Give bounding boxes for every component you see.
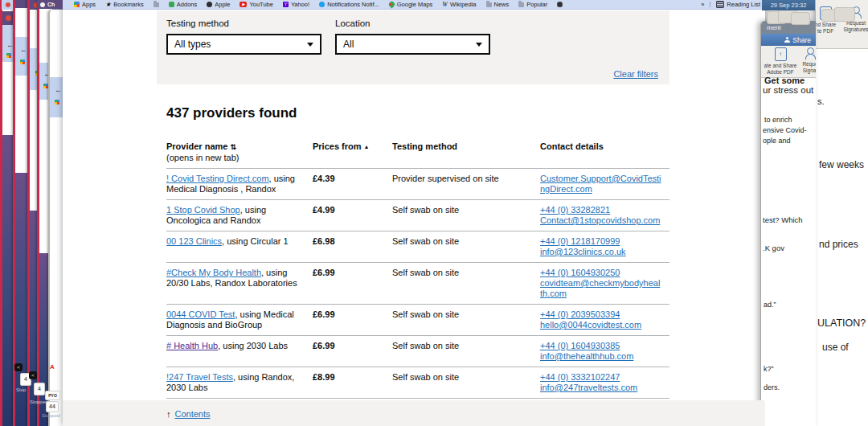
bookmark-item[interactable]: News	[486, 1, 510, 8]
document-text-fragment: ad.”	[764, 301, 776, 309]
price-value: £6.98	[313, 236, 392, 257]
testing-method-value: Self swab on site	[392, 205, 540, 226]
contact-link[interactable]: Customer.Support@CovidTestingDirect.com	[540, 174, 661, 195]
close-icon[interactable]	[6, 15, 11, 21]
up-arrow-icon: ↑	[166, 409, 171, 419]
bookmark-item[interactable]: ★Bookmarks	[105, 1, 144, 8]
price-value: £6.99	[313, 309, 392, 330]
contact-link[interactable]: +44 (0) 1218170999	[540, 236, 661, 247]
contents-link[interactable]: Contents	[175, 409, 211, 419]
location-label: Location	[335, 18, 490, 28]
pdf-window-back[interactable]: ↑ nd Share te PDF Request Signatures s. …	[815, 0, 868, 426]
page-number-card: 44	[46, 401, 59, 412]
bookmark-item[interactable]: Popular	[518, 1, 547, 8]
contact-link[interactable]: info@247traveltests.com	[540, 383, 661, 393]
contact-link[interactable]: covidteam@checkmybodyhealth.com	[540, 278, 661, 299]
wikipedia-icon	[442, 2, 448, 7]
contact-link[interactable]: info@123clinics.co.uk	[540, 247, 661, 257]
contact-link[interactable]: info@thehealthhub.com	[540, 351, 661, 362]
divider	[710, 2, 710, 7]
apps-grid-icon[interactable]	[20, 59, 25, 64]
chrome-titlebar-fragment[interactable]: Ch	[37, 0, 63, 9]
contact-link[interactable]: +44 (0) 2039503394	[540, 309, 661, 320]
column-provider-name[interactable]: Provider name ⇅ (opens in new tab)	[166, 141, 313, 163]
stacked-windows-preview[interactable]	[767, 10, 810, 24]
contact-link[interactable]: +44 (0) 1604930385	[540, 341, 661, 351]
bookmark-label: Apps	[82, 1, 96, 8]
bookmark-item[interactable]: Yahoo!	[283, 1, 309, 8]
provider-link[interactable]: 00 123 Clinics	[166, 236, 222, 246]
contact-link[interactable]: hello@0044covidtest.com	[540, 320, 661, 330]
request-signatures-button[interactable]: Reque Signat	[798, 47, 816, 74]
bookmark-item[interactable]: YouTube	[240, 1, 272, 8]
bookmark-item[interactable]	[154, 2, 159, 7]
provider-link[interactable]: #Check My Body Health	[166, 268, 261, 277]
clear-filters-link[interactable]: Clear filters	[613, 69, 658, 79]
bookmark-item[interactable]: Addons	[169, 1, 197, 8]
table-row: #Check My Body Health, using 20/30 Labs,…	[166, 263, 669, 305]
page-number-card: 4	[34, 383, 45, 395]
reading-list-label: Reading List	[727, 1, 760, 8]
apps-grid-icon[interactable]	[55, 100, 59, 104]
share-button[interactable]: Share	[761, 34, 816, 46]
stacked-windows-preview[interactable]	[821, 7, 865, 22]
table-row: # Health Hub, using 2030 Labs£6.99Self s…	[166, 336, 669, 367]
location-select[interactable]: All	[335, 34, 490, 55]
bookmark-item[interactable]	[557, 2, 563, 7]
bookmark-item[interactable]: Wikipedia	[442, 1, 476, 8]
provider-link[interactable]: # Health Hub	[166, 341, 218, 350]
back-chip[interactable]: <	[14, 363, 23, 371]
bookmark-label: Apple	[215, 1, 230, 8]
document-text-fragment: ople and	[763, 137, 791, 145]
column-contact-details: Contact details	[540, 141, 669, 163]
create-share-pdf-button[interactable]: ↑ ate and Share Adobe PDF	[763, 47, 798, 76]
providers-table: Provider name ⇅ (opens in new tab) Price…	[166, 132, 669, 420]
contact-details-cell: +44 (0) 1604930250covidteam@checkmybodyh…	[540, 268, 669, 299]
bookmark-items: Apps★BookmarksAddonsAppleYouTubeYahoo!No…	[74, 1, 563, 8]
close-icon[interactable]	[6, 2, 10, 7]
pdf-window-front[interactable]: ment Share ↑ ate and Share Adobe PDF Req…	[760, 21, 816, 426]
contact-link[interactable]: +44 (0) 33282821	[540, 205, 661, 215]
datetime-badge: 29 Sep 23:32	[762, 0, 815, 10]
bookmark-item[interactable]: Notifications Notif...	[319, 1, 379, 8]
folder-icon	[518, 2, 524, 7]
globe-icon	[557, 2, 563, 7]
share-person-icon	[784, 37, 790, 43]
price-value: £6.99	[313, 268, 392, 299]
bookmark-item[interactable]: Apps	[74, 1, 96, 8]
document-text-fragment: ULATION?	[817, 317, 866, 329]
contact-link[interactable]: Contact@1stopcovidshop.com	[540, 215, 661, 226]
provider-link[interactable]: !247 Travel Tests	[166, 372, 233, 382]
page-content: Testing method All types Location All Cl…	[63, 10, 765, 426]
sort-ascending-icon[interactable]: ▲	[364, 144, 370, 150]
reading-list-button[interactable]: Reading List	[716, 1, 760, 8]
column-prices-from[interactable]: Prices from ▲	[313, 141, 392, 163]
bookmark-label: Bookmarks	[113, 1, 144, 8]
provider-link[interactable]: 1 Stop Covid Shop	[166, 205, 240, 215]
bookmark-item[interactable]: Google Maps	[389, 1, 433, 8]
bookmarks-bar-right: » Reading List	[701, 1, 760, 8]
provider-name-cell: ! Covid Testing Direct.com, using Medica…	[166, 174, 313, 195]
apps-grid-icon[interactable]	[6, 53, 11, 58]
bookmark-label: News	[494, 1, 510, 8]
testing-method-select[interactable]: All types	[166, 34, 321, 55]
pyo-card: PYO	[45, 391, 60, 400]
bookmark-item[interactable]: Apple	[207, 1, 230, 8]
back-icon[interactable]: ←	[20, 47, 27, 54]
chrome-tab-label: Ch	[47, 2, 55, 7]
back-chip[interactable]: <	[29, 371, 37, 379]
youtube-icon	[240, 2, 247, 7]
window-corner-fragment	[2, 0, 13, 10]
bookmarks-overflow-chevron[interactable]: »	[701, 1, 704, 8]
contact-link[interactable]: +44 (0) 3332102247	[540, 372, 661, 383]
back-icon[interactable]: ←	[55, 87, 62, 94]
document-text-fragment: Get some	[764, 76, 805, 85]
provider-link[interactable]: 0044 COVID Test	[166, 309, 235, 319]
price-value: £4.99	[313, 205, 392, 226]
background-windows-left[interactable]: ← ← ← ← ←	[0, 0, 63, 426]
star-icon: ★	[105, 2, 111, 7]
contact-details-cell: +44 (0) 2039503394hello@0044covidtest.co…	[540, 309, 669, 330]
provider-link[interactable]: ! Covid Testing Direct.com	[166, 174, 269, 183]
contact-link[interactable]: +44 (0) 1604930250	[540, 268, 661, 278]
sort-both-icon[interactable]: ⇅	[230, 143, 236, 151]
